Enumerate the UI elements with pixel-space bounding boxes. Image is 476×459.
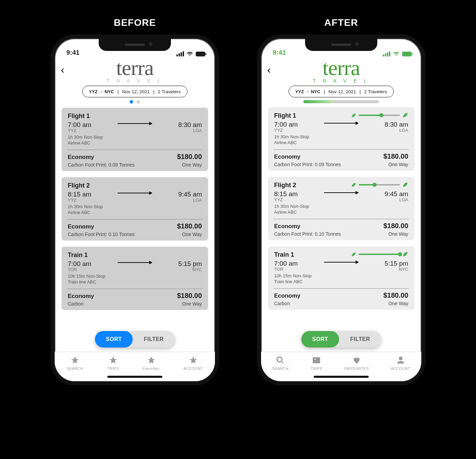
brand-logo: terra T R A V E L: [313, 58, 369, 83]
status-time: 9:41: [66, 49, 79, 56]
signal-icon: [176, 51, 184, 56]
status-time: 9:41: [273, 49, 286, 56]
route-arrow-icon: [324, 262, 358, 263]
star-icon: [108, 355, 118, 365]
tab-search[interactable]: SEARCH: [272, 355, 289, 371]
heart-icon: [352, 355, 361, 365]
after-column: AFTER 9:41 ‹ terra T R A V E L: [257, 17, 425, 385]
brand-name: terra: [106, 58, 163, 78]
ticket-icon: [312, 355, 321, 365]
tab-search[interactable]: SEARCH: [67, 355, 83, 371]
route-arrow-icon: [324, 192, 358, 193]
route-arrow-icon: [324, 123, 358, 124]
brand-sub: T R A V E L: [106, 78, 163, 83]
filter-button[interactable]: FILTER: [133, 331, 175, 348]
notch: [99, 39, 171, 51]
back-button[interactable]: ‹: [267, 64, 271, 76]
star-icon: [147, 355, 156, 365]
result-card[interactable]: Train 1 7:00 amTOR 5:15 pmNYC 10h 15m No…: [268, 246, 414, 310]
notch: [305, 39, 377, 51]
tab-trips[interactable]: TRIPS: [311, 355, 322, 371]
filter-button[interactable]: FILTER: [339, 331, 381, 348]
brand-name: terra: [313, 58, 369, 78]
brand-logo: terra T R A V E L: [106, 58, 163, 83]
after-label: AFTER: [324, 17, 358, 28]
eco-slider: [350, 251, 408, 257]
route-arrow-icon: [118, 193, 152, 193]
leaf-small-icon: [350, 182, 357, 188]
wifi-icon: [187, 52, 193, 56]
leaf-icon: [402, 112, 408, 118]
results-list[interactable]: Flight 1 7:00 amYYZ 8:30 amLGA 1h 30m No…: [261, 105, 421, 353]
battery-icon: [402, 52, 412, 56]
back-button[interactable]: ‹: [61, 64, 64, 76]
phone-after: 9:41 ‹ terra T R A V E L YYZ → NYC | Nov…: [257, 34, 425, 385]
result-card[interactable]: Flight 1 7:00 amYYZ 8:30 amLGA 1h 30m No…: [268, 107, 414, 171]
result-card[interactable]: Flight 2 8:15 amYYZ 9:45 amLGA 1h 30m No…: [268, 177, 414, 240]
home-indicator: [107, 376, 162, 378]
sort-filter-pill: SORT FILTER: [301, 331, 381, 348]
sort-button[interactable]: SORT: [301, 331, 339, 348]
route-arrow-icon: [118, 123, 152, 124]
comparison-stage: BEFORE 9:41 ‹ terra T R A V E L: [0, 7, 476, 396]
eco-progress-bar: [303, 100, 379, 103]
result-card[interactable]: Flight 2 8:15 amYYZ 9:45 amLGA 1h 30m No…: [62, 177, 208, 241]
home-indicator: [314, 376, 369, 378]
wifi-icon: [393, 52, 399, 56]
tab-favourites[interactable]: FAVOURITES: [344, 355, 369, 371]
signal-icon: [383, 51, 390, 56]
brand-sub: T R A V E L: [313, 78, 369, 83]
search-icon: [275, 355, 285, 365]
tab-account[interactable]: ACCOUNT: [184, 355, 203, 371]
leaf-small-icon: [350, 251, 357, 257]
result-card[interactable]: Flight 1 7:00 amYYZ 8:30 amLGA 1h 30m No…: [62, 108, 208, 171]
result-title: Flight 1: [68, 113, 202, 120]
star-icon: [188, 355, 198, 365]
eco-slider: [350, 112, 408, 118]
sort-filter-pill: SORT FILTER: [95, 331, 175, 348]
eco-slider: [350, 182, 408, 188]
leaf-icon: [402, 182, 408, 188]
tab-account[interactable]: ACCOUNT: [391, 355, 410, 371]
results-list[interactable]: Flight 1 7:00 amYYZ 8:30 amLGA 1h 30m No…: [55, 106, 215, 353]
leaf-icon: [402, 251, 408, 257]
leaf-small-icon: [350, 112, 357, 118]
route-arrow-icon: [118, 262, 152, 263]
app-header: ‹ terra T R A V E L: [261, 58, 421, 83]
person-icon: [396, 355, 405, 365]
star-icon: [70, 355, 80, 365]
before-column: BEFORE 9:41 ‹ terra T R A V E L: [51, 17, 219, 385]
before-label: BEFORE: [114, 17, 156, 28]
tab-favorites[interactable]: Favorites: [143, 355, 160, 371]
sort-button[interactable]: SORT: [95, 331, 133, 348]
tab-trips[interactable]: TRIPS: [107, 355, 119, 371]
result-card[interactable]: Train 1 7:00 amTOR 5:15 pmNYC 10h 15m No…: [62, 247, 208, 310]
app-header: ‹ terra T R A V E L: [55, 58, 215, 83]
page-dots: [55, 100, 215, 104]
battery-icon: [196, 52, 205, 56]
route-summary-pill[interactable]: YYZ → NYC | Nov 12, 2021 | 2 Travelers: [82, 86, 187, 97]
phone-before: 9:41 ‹ terra T R A V E L YYZ → NYC | Nov…: [51, 34, 219, 385]
route-summary-pill[interactable]: YYZ → NYC | Nov 12, 2021 | 2 Travelers: [289, 86, 393, 97]
